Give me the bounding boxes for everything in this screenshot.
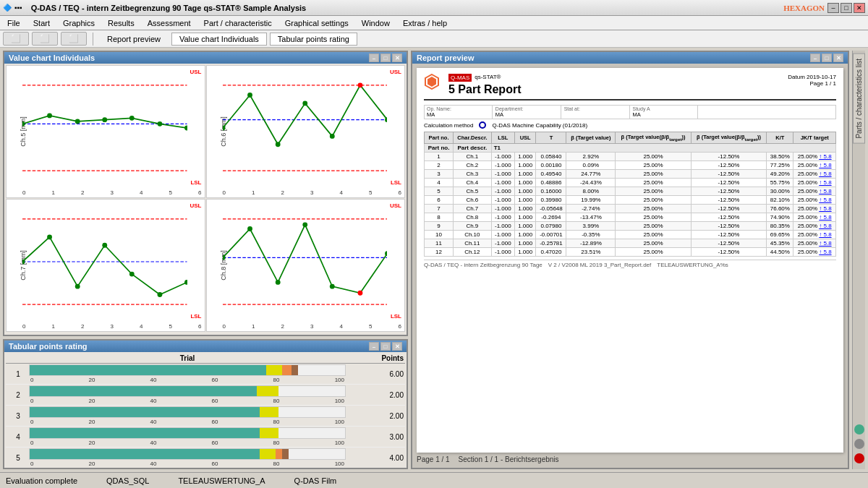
menu-results[interactable]: Results xyxy=(102,17,140,29)
row1-kt: 38.50% xyxy=(767,152,793,160)
row1-num: 1 xyxy=(425,152,454,160)
close-button[interactable]: ✕ xyxy=(854,3,865,13)
svg-point-57 xyxy=(329,284,334,289)
report-controls[interactable]: – □ ✕ xyxy=(810,53,843,62)
page-nav: Page 1 / 1 Section 1 / 1 - Berichtsergeb… xyxy=(417,455,843,463)
window-controls[interactable]: – □ ✕ xyxy=(827,3,865,13)
data-row-6: 6 Ch.6 -1.000 1.000 0.39980 19.99% 25.00… xyxy=(425,195,836,204)
svg-point-55 xyxy=(275,280,280,285)
x-axis-2: 0123456 xyxy=(22,323,202,330)
row-num-4: 4 xyxy=(7,433,29,441)
toolbar-btn-3[interactable]: ⬜ xyxy=(61,32,87,46)
row1-pct: 2.92% xyxy=(566,152,616,160)
data-row-8: 8 Ch.8 -1.000 1.000 -0.2694 -13.47% 25.0… xyxy=(425,213,836,221)
row6-link[interactable]: ↑ 5.8 xyxy=(819,197,831,203)
bar-yellow-1 xyxy=(266,365,282,375)
svg-point-25 xyxy=(275,142,280,147)
study-a-val: MA xyxy=(633,111,696,118)
menu-graphics[interactable]: Graphics xyxy=(57,17,101,29)
tab-report-preview[interactable]: Report preview xyxy=(99,33,169,46)
th-b-target3: β (Target value(β/βtarget)) xyxy=(691,132,766,144)
menu-assessment[interactable]: Assessment xyxy=(142,17,197,29)
svg-marker-61 xyxy=(427,77,436,87)
menu-extras[interactable]: Extras / help xyxy=(397,17,453,29)
svg-point-59 xyxy=(385,251,387,256)
row3-link[interactable]: ↑ 5.8 xyxy=(819,171,831,177)
row1-jkt: 25.00% ↑ 5.8 xyxy=(793,152,836,160)
x-axis-3: 0123456 xyxy=(223,323,402,330)
toolbar-btn-2[interactable]: ⬜ xyxy=(32,32,58,46)
row2-link[interactable]: ↑ 5.8 xyxy=(819,162,831,168)
row5-link[interactable]: ↑ 5.8 xyxy=(819,188,831,194)
svg-point-10 xyxy=(75,119,80,124)
window-title: Q-DAS / TEQ - intern Zeitbegrenzung 90 T… xyxy=(31,4,307,12)
menu-graphical-settings[interactable]: Graphical settings xyxy=(279,17,354,29)
row8-link[interactable]: ↑ 5.8 xyxy=(819,214,831,221)
row9-link[interactable]: ↑ 5.8 xyxy=(819,223,831,229)
report-header: Q-MAS qs-STAT® 5 Part Report Datum 2019-… xyxy=(424,74,836,100)
row-num-1: 1 xyxy=(7,370,29,378)
report-title-text: Report preview xyxy=(417,53,474,62)
section-status: Section 1 / 1 - Berichtsergebnis xyxy=(459,455,559,463)
maximize-button[interactable]: □ xyxy=(841,3,852,13)
data-row-1: 1 Ch.1 -1.000 1.000 0.05840 2.92% 25.00%… xyxy=(425,152,836,160)
lsl-label-1: LSL xyxy=(391,179,401,186)
svg-point-12 xyxy=(129,116,135,121)
row4-link[interactable]: ↑ 5.8 xyxy=(819,179,831,186)
lsl-label-2: LSL xyxy=(190,313,201,320)
svg-point-39 xyxy=(47,234,52,239)
tab-tabular-points[interactable]: Tabular points rating xyxy=(270,33,357,46)
chart-btn-min[interactable]: – xyxy=(369,53,379,62)
row12-link[interactable]: ↑ 5.8 xyxy=(819,249,831,255)
bar-orange-1 xyxy=(282,365,292,375)
bar-green-5 xyxy=(30,449,260,459)
svg-point-28 xyxy=(357,82,362,87)
th-part-no: Part no. xyxy=(425,132,454,144)
chart-btn-max[interactable]: □ xyxy=(380,53,391,62)
bar-yellow-4 xyxy=(260,428,278,438)
menu-part-char[interactable]: Part / characteristic xyxy=(198,17,278,29)
info-department: Department: MA xyxy=(493,106,561,119)
row10-link[interactable]: ↑ 5.8 xyxy=(819,231,831,238)
row11-link[interactable]: ↑ 5.8 xyxy=(819,240,831,247)
report-page-footer: Q-DAS / TEQ - intern Zeitbegrenzung 90 T… xyxy=(424,260,836,268)
x-axis-1: 0123456 xyxy=(223,189,402,196)
th-b-target: β (Target value) xyxy=(566,132,616,144)
chart-window-title: Value chart Individuals – □ ✕ xyxy=(4,52,407,64)
minimize-button[interactable]: – xyxy=(827,3,839,13)
table-row: 1 020406080100 6.00 xyxy=(6,364,405,385)
tabular-btn-close[interactable]: ✕ xyxy=(392,342,402,351)
study-label: TELEAUSWERTUNG_A xyxy=(178,476,265,485)
row1-link[interactable]: ↑ 5.8 xyxy=(819,153,831,160)
eval-label: Evaluation complete xyxy=(6,476,77,485)
info-study-a: Study A MA xyxy=(631,106,699,119)
svg-point-44 xyxy=(184,280,187,285)
lsl-label-3: LSL xyxy=(391,313,401,320)
toolbar-btn-1[interactable]: ⬜ xyxy=(3,32,29,46)
menu-file[interactable]: File xyxy=(1,17,26,29)
bar-scale-4: 020406080100 xyxy=(29,440,346,446)
bar-scale-5: 020406080100 xyxy=(29,461,346,466)
report-btn-close[interactable]: ✕ xyxy=(833,53,843,62)
sidebar-tab-parts[interactable]: Parts / characteristics list xyxy=(853,53,865,144)
data-row-10: 10 Ch.10 -1.000 1.000 -0.00701 -0.35% 25… xyxy=(425,230,836,239)
stat-label: Stat at: xyxy=(564,106,627,111)
chart-ch8: Ch.8 [mm] USL LSL 1,0 0,5 0,0 -0,5 -1,0 xyxy=(206,199,406,332)
th-char-desc: Char.Descr. xyxy=(454,132,492,144)
tabular-btn-max[interactable]: □ xyxy=(380,342,391,351)
bar-green-4 xyxy=(30,428,260,438)
report-btn-min[interactable]: – xyxy=(810,53,820,62)
row7-link[interactable]: ↑ 5.8 xyxy=(819,205,831,212)
chart-btn-close[interactable]: ✕ xyxy=(392,53,402,62)
tab-value-chart[interactable]: Value chart Individuals xyxy=(171,33,267,46)
tabular-btn-min[interactable]: – xyxy=(369,342,379,351)
chart-controls[interactable]: – □ ✕ xyxy=(369,53,402,62)
menu-window[interactable]: Window xyxy=(356,17,396,29)
tabular-controls[interactable]: – □ ✕ xyxy=(369,342,402,351)
table-row: 4 020406080100 3.00 xyxy=(6,427,405,448)
bar-brown-5 xyxy=(282,449,289,459)
report-title-area: Q-MAS qs-STAT® 5 Part Report xyxy=(448,74,788,96)
tabular-window: Tabular points rating – □ ✕ Trial Points… xyxy=(3,339,408,469)
report-btn-max[interactable]: □ xyxy=(822,53,832,62)
menu-start[interactable]: Start xyxy=(27,17,56,29)
